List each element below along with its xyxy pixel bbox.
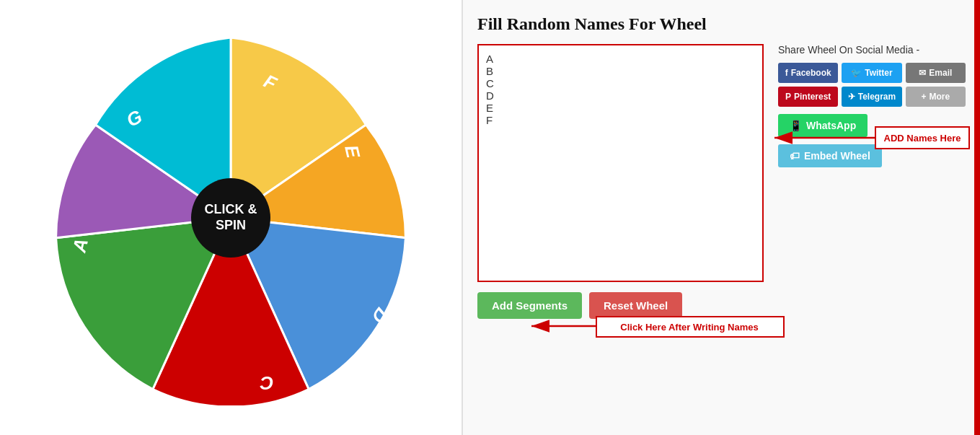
- pinterest-icon: P: [785, 92, 791, 102]
- share-buttons-row2: P Pinterest ✈ Telegram + More: [778, 87, 966, 107]
- pinterest-label: Pinterest: [794, 92, 831, 102]
- add-segments-button[interactable]: Add Segments: [477, 292, 582, 319]
- right-panel: Fill Random Names For Wheel A B C D E F …: [462, 0, 980, 435]
- seg-label-c: C: [259, 372, 273, 394]
- panel-body: A B C D E F ADD Names Here Add Segments …: [477, 44, 966, 369]
- add-names-arrow-svg: ADD Names Here: [764, 116, 908, 159]
- more-icon: +: [921, 92, 926, 102]
- more-button[interactable]: + More: [906, 87, 966, 107]
- wheel-container: E D C B A E F: [0, 0, 462, 435]
- share-buttons-row1: f Facebook 🐦 Twitter ✉ Email: [778, 63, 966, 83]
- telegram-label: Telegram: [858, 92, 896, 102]
- right-column: Share Wheel On Social Media - f Facebook…: [778, 44, 966, 369]
- panel-title: Fill Random Names For Wheel: [477, 14, 966, 34]
- facebook-icon: f: [785, 68, 788, 78]
- names-textarea[interactable]: A B C D E F: [477, 44, 764, 282]
- wheel-wrapper: E D C B A E F: [43, 30, 418, 405]
- more-label: More: [930, 92, 950, 102]
- facebook-button[interactable]: f Facebook: [778, 63, 838, 83]
- email-button[interactable]: ✉ Email: [906, 63, 966, 83]
- buttons-row: Add Segments Reset Wheel: [477, 292, 764, 319]
- email-icon: ✉: [919, 68, 926, 78]
- spin-button[interactable]: CLICK & SPIN: [191, 178, 270, 258]
- telegram-icon: ✈: [848, 92, 855, 102]
- twitter-button[interactable]: 🐦 Twitter: [842, 63, 901, 83]
- email-label: Email: [929, 68, 952, 78]
- twitter-icon: 🐦: [851, 68, 862, 78]
- click-here-arrow-svg: Click Here After Writing Names: [477, 319, 766, 369]
- annotation-container: Click Here After Writing Names: [477, 319, 764, 369]
- add-names-annotation: ADD Names Here: [884, 133, 961, 144]
- twitter-label: Twitter: [865, 68, 892, 78]
- telegram-button[interactable]: ✈ Telegram: [842, 87, 901, 107]
- pinterest-button[interactable]: P Pinterest: [778, 87, 838, 107]
- share-title: Share Wheel On Social Media -: [778, 44, 966, 56]
- right-red-border: [974, 0, 980, 435]
- textarea-wrapper: A B C D E F ADD Names Here: [477, 44, 764, 285]
- facebook-label: Facebook: [791, 68, 831, 78]
- spin-label: CLICK & SPIN: [191, 202, 270, 233]
- reset-wheel-button[interactable]: Reset Wheel: [589, 292, 682, 319]
- left-column: A B C D E F ADD Names Here Add Segments …: [477, 44, 764, 369]
- click-here-annotation: Click Here After Writing Names: [620, 322, 758, 333]
